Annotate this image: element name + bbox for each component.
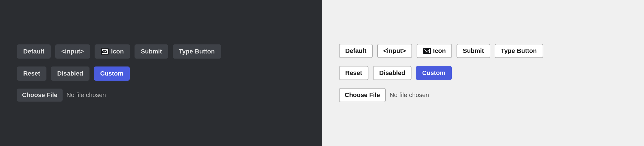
envelope-icon [101, 48, 109, 55]
dark-reset-button[interactable]: Reset [17, 66, 46, 81]
dark-custom-button[interactable]: Custom [94, 66, 130, 81]
dark-choose-file-button[interactable]: Choose File [17, 89, 63, 102]
dark-row-2: Reset Disabled Custom [17, 66, 130, 81]
dark-panel: Default <input> Icon Submit Type Button … [0, 0, 322, 146]
light-type-button[interactable]: Type Button [495, 44, 543, 58]
dark-icon-button-label: Icon [111, 48, 124, 55]
dark-row-1: Default <input> Icon Submit Type Button [17, 44, 221, 59]
dark-type-button[interactable]: Type Button [173, 44, 221, 59]
light-file-input: Choose File No file chosen [339, 88, 429, 102]
envelope-icon-light [423, 48, 431, 54]
light-no-file-text: No file chosen [390, 91, 429, 99]
light-default-button[interactable]: Default [339, 44, 373, 58]
light-input-button[interactable]: <input> [377, 44, 412, 58]
light-row-1: Default <input> Icon Submit Type Button [339, 44, 543, 58]
dark-no-file-text: No file chosen [67, 91, 106, 99]
light-reset-button[interactable]: Reset [339, 66, 368, 80]
light-submit-button[interactable]: Submit [457, 44, 490, 58]
dark-submit-button[interactable]: Submit [135, 44, 168, 59]
light-choose-file-button[interactable]: Choose File [339, 88, 386, 102]
light-icon-button[interactable]: Icon [417, 44, 452, 58]
dark-input-button[interactable]: <input> [55, 44, 90, 59]
light-disabled-button[interactable]: Disabled [373, 66, 411, 80]
dark-default-button[interactable]: Default [17, 44, 51, 59]
dark-icon-button[interactable]: Icon [95, 44, 130, 59]
light-panel: Default <input> Icon Submit Type Button … [322, 0, 644, 146]
light-custom-button[interactable]: Custom [416, 66, 452, 80]
light-row-2: Reset Disabled Custom [339, 66, 452, 80]
dark-disabled-button[interactable]: Disabled [51, 66, 89, 81]
light-icon-button-label: Icon [433, 47, 446, 55]
dark-file-input: Choose File No file chosen [17, 89, 106, 102]
